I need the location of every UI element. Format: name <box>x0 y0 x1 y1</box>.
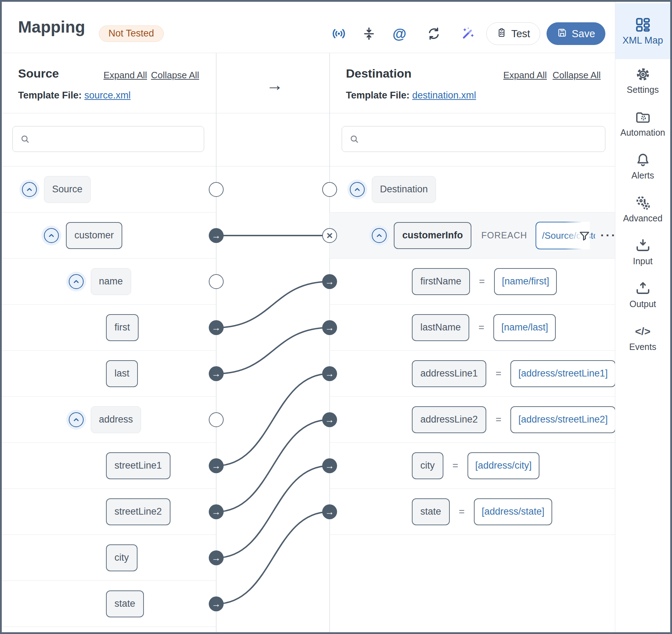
destination-template-file: Template File: destination.xml <box>346 90 476 101</box>
collapse-chevron-button[interactable] <box>66 410 86 430</box>
destination-port-state[interactable]: → <box>322 504 337 519</box>
destination-search[interactable] <box>342 126 605 152</box>
source-node-Source[interactable]: Source <box>44 176 91 203</box>
source-port-name[interactable] <box>209 274 224 289</box>
connector-state-to-state[interactable] <box>216 512 330 604</box>
sidebar-item-xml-map[interactable]: XML Map <box>615 3 670 59</box>
collapse-chevron-button[interactable] <box>41 226 61 245</box>
connector-first-to-firstName[interactable] <box>216 282 330 328</box>
equals-operator: = <box>495 368 501 379</box>
source-node-address[interactable]: address <box>91 406 141 433</box>
destination-field-city[interactable]: city <box>412 452 443 479</box>
sidebar-item-events[interactable]: </>Events <box>615 316 670 359</box>
source-node-first[interactable]: first <box>106 314 139 341</box>
mapping-value-firstName[interactable]: [name/first] <box>494 268 557 295</box>
destination-tree: DestinationcustomerInfoFOREACH/Source/cu… <box>330 166 617 535</box>
destination-port-lastName[interactable]: → <box>322 320 337 335</box>
mapping-value-addressLine1[interactable]: [address/streetLine1] <box>510 360 615 387</box>
source-port-first[interactable]: → <box>209 320 224 335</box>
source-expand-all-link[interactable]: Expand All <box>103 70 147 81</box>
mapping-value-city[interactable]: [address/city] <box>467 452 539 479</box>
destination-port-addressLine1[interactable]: → <box>322 366 337 381</box>
sidebar-item-output[interactable]: Output <box>615 273 670 316</box>
source-node-streetLine1[interactable]: streetLine1 <box>106 452 170 479</box>
collapse-chevron-button[interactable] <box>66 272 86 291</box>
destination-port-firstName[interactable]: → <box>322 274 337 289</box>
destination-field-lastName[interactable]: lastName <box>412 314 469 341</box>
sidebar-item-input[interactable]: Input <box>615 231 670 273</box>
source-node-streetLine2[interactable]: streetLine2 <box>106 498 170 525</box>
destination-node-Destination[interactable]: Destination <box>372 176 436 203</box>
mapping-value-addressLine2[interactable]: [address/streetLine2] <box>510 406 615 433</box>
source-port-last[interactable]: → <box>209 366 224 381</box>
sidebar-item-label: Settings <box>627 85 659 95</box>
source-node-last[interactable]: last <box>106 360 138 387</box>
search-icon <box>20 134 30 145</box>
sync-icon[interactable] <box>426 26 442 41</box>
source-port-streetLine2[interactable]: → <box>209 504 224 519</box>
foreach-xpath-input[interactable]: /Source/custo <box>536 222 590 249</box>
source-node-city[interactable]: city <box>106 544 138 571</box>
mapping-value-lastName[interactable]: [name/last] <box>493 314 556 341</box>
mention-icon[interactable]: @ <box>392 26 407 41</box>
sidebar-item-alerts[interactable]: Alerts <box>615 145 670 188</box>
equals-operator: = <box>479 276 485 287</box>
connector-city-to-city[interactable] <box>216 466 330 558</box>
sidebar-item-label: Input <box>633 256 653 266</box>
broadcast-icon[interactable] <box>331 26 347 41</box>
collapse-chevron-button[interactable] <box>347 180 367 199</box>
sidebar-item-automation[interactable]: Automation <box>615 102 670 145</box>
destination-port-city[interactable]: → <box>322 458 337 473</box>
destination-field-addressLine1[interactable]: addressLine1 <box>412 360 486 387</box>
sidebar-item-advanced[interactable]: Advanced <box>615 188 670 231</box>
mapping-value-state[interactable]: [address/state] <box>474 498 552 525</box>
source-node-customer[interactable]: customer <box>66 222 122 249</box>
source-tree-row: state <box>2 581 216 627</box>
folder-gear-icon <box>635 109 651 125</box>
collapse-chevron-button[interactable] <box>19 180 39 199</box>
more-options-button[interactable]: ··· <box>600 228 617 242</box>
destination-port-customerInfo-remove[interactable]: × <box>322 228 337 243</box>
test-button[interactable]: Test <box>486 22 540 45</box>
destination-search-input[interactable] <box>365 129 598 150</box>
source-port-streetLine1[interactable]: → <box>209 458 224 473</box>
destination-field-firstName[interactable]: firstName <box>412 268 470 295</box>
source-node-state[interactable]: state <box>106 590 144 617</box>
save-button[interactable]: Save <box>547 22 605 45</box>
destination-template-file-link[interactable]: destination.xml <box>412 90 476 101</box>
source-search-input[interactable] <box>35 129 197 150</box>
destination-field-state[interactable]: state <box>412 498 450 525</box>
destination-tree-row: city=[address/city] <box>330 443 617 489</box>
source-port-state[interactable]: → <box>209 596 224 611</box>
app-header: Mapping Not Tested @ Test Save <box>2 2 615 53</box>
app-window: Mapping Not Tested @ Test Save Source Ex… <box>0 0 672 634</box>
source-search[interactable] <box>12 126 204 152</box>
collapse-chevron-button[interactable] <box>369 226 389 245</box>
source-tree-row: last <box>2 351 216 397</box>
source-port-city[interactable]: → <box>209 550 224 565</box>
destination-port-Destination[interactable] <box>322 182 337 197</box>
destination-node-customerInfo[interactable]: customerInfo <box>394 222 471 249</box>
connector-last-to-lastName[interactable] <box>216 328 330 374</box>
panel-headers-row: Source Expand All Collapse All Template … <box>2 53 615 113</box>
destination-port-addressLine2[interactable]: → <box>322 412 337 427</box>
source-port-Source[interactable] <box>209 182 224 197</box>
source-port-customer[interactable]: → <box>209 228 224 243</box>
source-node-name[interactable]: name <box>91 268 131 295</box>
sidebar-item-label: Events <box>629 342 656 352</box>
connector-streetLine1-to-addressLine1[interactable] <box>216 374 330 466</box>
destination-collapse-all-link[interactable]: Collapse All <box>553 70 601 81</box>
equals-operator: = <box>453 460 458 471</box>
destination-expand-all-link[interactable]: Expand All <box>503 70 547 81</box>
source-template-file-link[interactable]: source.xml <box>84 90 131 101</box>
compress-icon[interactable] <box>361 26 377 41</box>
chevron-up-icon <box>44 228 59 243</box>
destination-field-addressLine2[interactable]: addressLine2 <box>412 406 486 433</box>
source-port-address[interactable] <box>209 412 224 427</box>
filter-funnel-icon[interactable] <box>578 230 591 243</box>
magic-wand-icon[interactable] <box>460 26 476 41</box>
destination-tree-row: lastName=[name/last] <box>330 305 617 351</box>
source-collapse-all-link[interactable]: Collapse All <box>151 70 199 81</box>
connector-streetLine2-to-addressLine2[interactable] <box>216 420 330 512</box>
sidebar-item-settings[interactable]: Settings <box>615 59 670 102</box>
